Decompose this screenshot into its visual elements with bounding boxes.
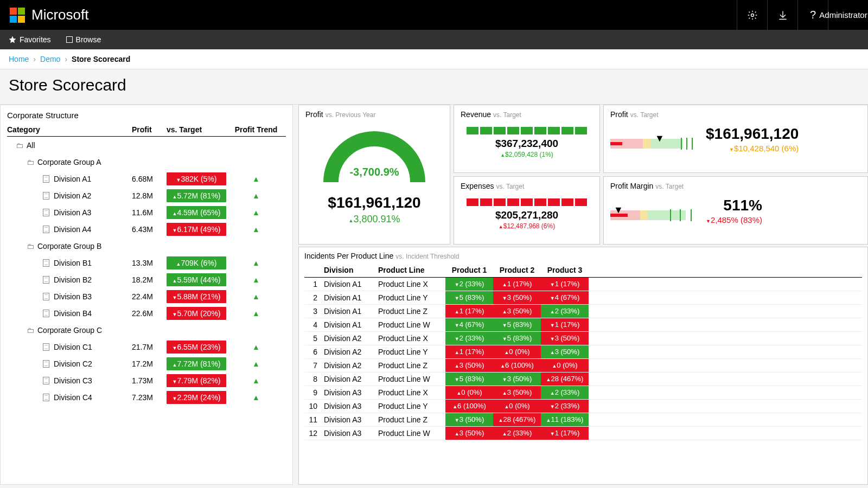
- row-product-line: Product Line Z: [375, 413, 445, 427]
- expenses-card[interactable]: Expensesvs. Target $205,271,280 ▲$12,487…: [454, 176, 600, 245]
- tree-row-all[interactable]: 🗀All: [7, 137, 286, 153]
- trend-up-icon: ▲: [226, 175, 286, 183]
- target-badge: ▲4.59M (65%): [167, 206, 226, 219]
- row-num: 6: [304, 345, 321, 359]
- incident-row[interactable]: 1 Division A1 Product Line X ▼2 (33%)▲1 …: [304, 278, 862, 291]
- crumb-current: Store Scorecard: [72, 55, 130, 63]
- nav-browse[interactable]: Browse: [66, 35, 101, 44]
- incident-cell: ▲0 (0%): [493, 400, 541, 413]
- card-subtitle: vs. Target: [655, 183, 684, 190]
- incident-cell: ▲1 (17%): [445, 345, 493, 359]
- settings-button[interactable]: [737, 0, 767, 30]
- expense-segments: [461, 198, 593, 206]
- nav-favorites[interactable]: Favorites: [9, 35, 51, 44]
- profit-prev-year-card[interactable]: Profitvs. Previous Year -3,700.9% $161,9…: [298, 105, 450, 245]
- profit-target-card[interactable]: Profitvs. Target ▼ $161,961,120 ▼$10,428…: [603, 105, 868, 173]
- tree-row-division[interactable]: Division A3 11.6M ▲4.59M (65%) ▲: [7, 204, 286, 221]
- folder-icon: 🗀: [27, 242, 34, 251]
- profit-cell: 21.7M: [132, 343, 167, 351]
- incidents-title: Incidents Per Product Line: [304, 252, 393, 260]
- ms-logo-icon: [10, 8, 25, 23]
- incident-row[interactable]: 4 Division A1 Product Line W ▼4 (67%)▼5 …: [304, 318, 862, 332]
- incident-row[interactable]: 5 Division A2 Product Line X ▼2 (33%)▼5 …: [304, 332, 862, 345]
- tree-row-division[interactable]: Division C3 1.73M ▼7.79M (82%) ▲: [7, 372, 286, 389]
- incident-row[interactable]: 9 Division A3 Product Line X ▲0 (0%)▲3 (…: [304, 386, 862, 400]
- card-title: Profit Margin: [610, 182, 653, 190]
- row-num: 9: [304, 386, 321, 400]
- incident-cell: ▼5 (83%): [445, 291, 493, 305]
- incident-cell: ▼1 (17%): [541, 278, 589, 291]
- target-badge: ▼2.29M (24%): [167, 391, 226, 404]
- incident-row[interactable]: 2 Division A1 Product Line Y ▼5 (83%)▼3 …: [304, 291, 862, 305]
- tree-row-group[interactable]: 🗀Corporate Group A: [7, 153, 286, 170]
- target-badge: ▼5.70M (20%): [167, 307, 226, 320]
- tree-label: Corporate Group A: [37, 158, 101, 166]
- target-badge: ▼6.55M (23%): [167, 341, 226, 354]
- row-product-line: Product Line W: [375, 373, 445, 386]
- row-product-line: Product Line X: [375, 332, 445, 345]
- tree-row-division[interactable]: Division C4 7.23M ▼2.29M (24%) ▲: [7, 389, 286, 406]
- nav-bar: Favorites Browse: [0, 30, 868, 49]
- crumb-demo[interactable]: Demo: [40, 55, 60, 63]
- margin-card[interactable]: Profit Marginvs. Target ▼ 511% ▼2,485% (…: [603, 176, 868, 245]
- row-num: 8: [304, 373, 321, 386]
- division-label: Division A1: [54, 175, 91, 183]
- incident-cell: ▼1 (17%): [541, 427, 589, 440]
- tree-row-division[interactable]: Division A2 12.8M ▲5.72M (81%) ▲: [7, 187, 286, 204]
- corporate-structure-panel: Corporate Structure Category Profit vs. …: [0, 105, 293, 485]
- profit-cell: 11.6M: [132, 208, 167, 217]
- incident-row[interactable]: 3 Division A1 Product Line Z ▲1 (17%)▲3 …: [304, 305, 862, 318]
- incident-row[interactable]: 7 Division A2 Product Line Z ▲3 (50%)▲6 …: [304, 359, 862, 373]
- row-product-line: Product Line X: [375, 278, 445, 291]
- division-label: Division C3: [54, 376, 92, 385]
- target-badge: ▲709K (6%): [167, 256, 226, 269]
- incident-cell: ▲0 (0%): [493, 345, 541, 359]
- user-menu[interactable]: Administrator: [828, 0, 858, 30]
- profit-cell: 22.6M: [132, 309, 167, 318]
- target-badge: ▲5.72M (81%): [167, 189, 226, 202]
- tree-row-division[interactable]: Division C1 21.7M ▼6.55M (23%) ▲: [7, 338, 286, 355]
- breadcrumb: Home › Demo › Store Scorecard: [0, 49, 868, 69]
- tree-row-division[interactable]: Division A1 6.68M ▼382K (5%) ▲: [7, 170, 286, 187]
- marker-icon: ▼: [655, 133, 665, 144]
- kpi-cards: Profitvs. Previous Year -3,700.9% $161,9…: [298, 105, 868, 245]
- tree-row-group[interactable]: 🗀Corporate Group B: [7, 237, 286, 254]
- revenue-card[interactable]: Revenuevs. Target $367,232,400 ▲$2,059,4…: [454, 105, 600, 173]
- card-title: Profit: [610, 110, 628, 119]
- profit-cell: 17.2M: [132, 359, 167, 368]
- topbar-actions: ? Administrator: [737, 0, 858, 30]
- profit-cell: 1.73M: [132, 376, 167, 385]
- tree-body: 🗀All🗀Corporate Group A Division A1 6.68M…: [7, 137, 286, 406]
- card-subtitle: vs. Target: [496, 183, 524, 190]
- tree-row-division[interactable]: Division B1 13.3M ▲709K (6%) ▲: [7, 254, 286, 271]
- incident-cell: ▲0 (0%): [541, 359, 589, 373]
- tree-row-division[interactable]: Division B2 18.2M ▲5.59M (44%) ▲: [7, 271, 286, 288]
- crumb-home[interactable]: Home: [9, 55, 29, 63]
- profit-target-value: $161,961,120: [706, 125, 799, 143]
- row-division: Division A3: [321, 427, 375, 440]
- incident-row[interactable]: 12 Division A3 Product Line W ▲3 (50%)▲2…: [304, 427, 862, 440]
- incident-row[interactable]: 6 Division A2 Product Line Y ▲1 (17%)▲0 …: [304, 345, 862, 359]
- row-num: 7: [304, 359, 321, 373]
- download-button[interactable]: [767, 0, 797, 30]
- row-product-line: Product Line Y: [375, 400, 445, 413]
- margin-values: 511% ▼2,485% (83%): [706, 197, 762, 224]
- row-division: Division A1: [321, 291, 375, 305]
- tree-row-division[interactable]: Division C2 17.2M ▲7.72M (81%) ▲: [7, 355, 286, 372]
- incident-row[interactable]: 11 Division A3 Product Line Z ▼3 (50%)▲2…: [304, 413, 862, 427]
- profit-target-delta: ▼$10,428,540 (6%): [729, 144, 799, 153]
- tree-row-group[interactable]: 🗀Corporate Group C: [7, 322, 286, 338]
- tree-label: Corporate Group C: [37, 326, 102, 335]
- incident-row[interactable]: 8 Division A2 Product Line W ▼5 (83%)▼3 …: [304, 373, 862, 386]
- tree-row-division[interactable]: Division B4 22.6M ▼5.70M (20%) ▲: [7, 305, 286, 322]
- page-icon: [43, 377, 49, 384]
- incident-row[interactable]: 10 Division A3 Product Line Y ▲6 (100%)▲…: [304, 400, 862, 413]
- incidents-panel: Incidents Per Product Linevs. Incident T…: [298, 247, 868, 485]
- profit-bullet-chart: ▼: [610, 134, 697, 153]
- tree-row-division[interactable]: Division B3 22.4M ▼5.88M (21%) ▲: [7, 288, 286, 305]
- tree-row-division[interactable]: Division A4 6.43M ▼6.17M (49%) ▲: [7, 221, 286, 237]
- margin-bullet-chart: ▼: [610, 206, 697, 224]
- division-label: Division B1: [54, 259, 92, 267]
- row-num: 5: [304, 332, 321, 345]
- page-icon: [43, 209, 49, 216]
